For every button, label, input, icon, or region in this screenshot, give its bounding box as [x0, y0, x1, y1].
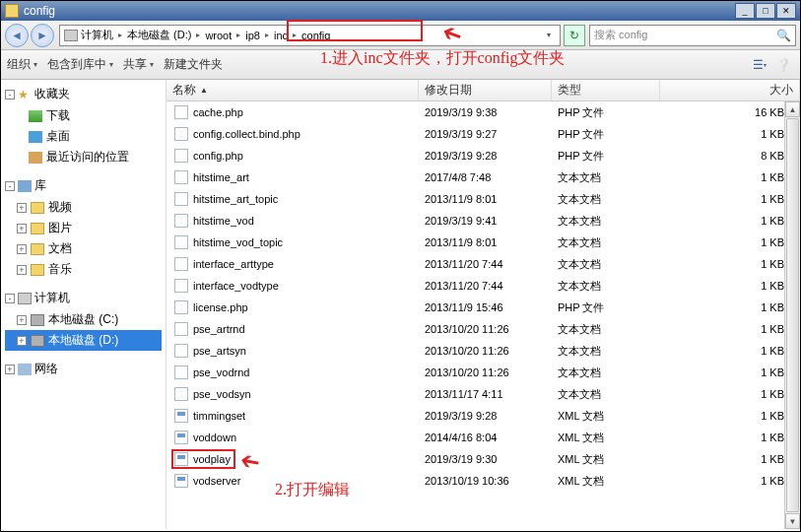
table-row[interactable]: pse_vodsyn2013/11/17 4:11文本文档1 KB: [167, 383, 800, 405]
refresh-button[interactable]: ↻: [564, 25, 585, 46]
file-type: XML 文档: [552, 409, 660, 424]
sidebar-item-pictures[interactable]: +图片: [5, 218, 162, 238]
sidebar-item-drive-c[interactable]: +本地磁盘 (C:): [5, 309, 162, 330]
file-date: 2019/3/19 9:30: [419, 453, 552, 465]
file-size: 1 KB: [660, 323, 800, 335]
table-row[interactable]: pse_artsyn2013/10/20 11:26文本文档1 KB: [167, 340, 800, 362]
file-icon: [174, 149, 188, 163]
file-date: 2019/3/19 9:27: [419, 128, 552, 140]
file-size: 1 KB: [660, 128, 800, 140]
table-row[interactable]: hitstime_vod2019/3/19 9:41文本文档1 KB: [167, 210, 800, 232]
folder-icon: [5, 4, 19, 18]
computer-header[interactable]: -计算机: [5, 290, 162, 306]
file-size: 1 KB: [660, 171, 800, 183]
breadcrumb-seg[interactable]: wroot: [202, 30, 234, 41]
file-type: PHP 文件: [552, 105, 660, 120]
table-row[interactable]: interface_arttype2013/11/20 7:44文本文档1 KB: [167, 253, 800, 275]
file-icon: [174, 235, 188, 249]
col-type[interactable]: 类型: [552, 80, 660, 100]
file-date: 2019/3/19 9:28: [419, 150, 552, 162]
file-date: 2019/3/19 9:38: [419, 106, 552, 118]
file-list: 名称▲ 修改日期 类型 大小 cache.php2019/3/19 9:38PH…: [167, 80, 800, 529]
network-header[interactable]: +网络: [5, 361, 162, 377]
view-button[interactable]: ☰▾: [749, 55, 770, 75]
sidebar-item-documents[interactable]: +文档: [5, 238, 162, 259]
scroll-up-icon[interactable]: ▲: [785, 101, 800, 117]
breadcrumb-seg[interactable]: 计算机: [78, 28, 116, 42]
favorites-header[interactable]: -★收藏夹: [5, 86, 162, 102]
file-type: XML 文档: [552, 474, 660, 489]
table-row[interactable]: hitstime_art2017/4/8 7:48文本文档1 KB: [167, 166, 800, 188]
file-date: 2014/4/16 8:04: [419, 432, 552, 443]
table-row[interactable]: config.php2019/3/19 9:28PHP 文件8 KB: [167, 145, 800, 166]
table-row[interactable]: pse_vodrnd2013/10/20 11:26文本文档1 KB: [167, 362, 800, 383]
table-row[interactable]: hitstime_art_topic2013/11/9 8:01文本文档1 KB: [167, 188, 800, 210]
file-name: hitstime_vod_topic: [193, 236, 283, 248]
table-row[interactable]: interface_vodtype2013/11/20 7:44文本文档1 KB: [167, 275, 800, 297]
share-button[interactable]: 共享▾: [123, 56, 154, 73]
file-date: 2019/3/19 9:41: [419, 215, 552, 227]
file-size: 1 KB: [660, 301, 800, 313]
table-row[interactable]: timmingset2019/3/19 9:28XML 文档1 KB: [167, 405, 800, 427]
titlebar[interactable]: config _ □ ✕: [1, 1, 800, 21]
file-type: 文本文档: [552, 387, 660, 402]
file-icon: [174, 322, 188, 336]
sidebar-item-videos[interactable]: +视频: [5, 197, 162, 218]
file-size: 16 KB: [660, 106, 800, 118]
file-size: 1 KB: [660, 193, 800, 205]
close-button[interactable]: ✕: [776, 3, 796, 19]
scroll-down-icon[interactable]: ▼: [785, 513, 800, 529]
include-button[interactable]: 包含到库中▾: [47, 56, 113, 73]
minimize-button[interactable]: _: [735, 3, 755, 19]
breadcrumb-seg[interactable]: 本地磁盘 (D:): [124, 28, 194, 42]
scroll-thumb[interactable]: [786, 118, 799, 512]
column-headers: 名称▲ 修改日期 类型 大小: [167, 80, 800, 101]
sidebar-item-music[interactable]: +音乐: [5, 259, 162, 280]
file-date: 2013/10/20 11:26: [419, 323, 552, 335]
file-date: 2013/10/19 10:36: [419, 475, 552, 487]
file-name: voddown: [193, 432, 236, 443]
help-button[interactable]: ❔: [772, 55, 794, 75]
libraries-header[interactable]: -库: [5, 177, 162, 194]
sidebar-item-desktop[interactable]: 桌面: [5, 126, 162, 147]
table-row[interactable]: voddown2014/4/16 8:04XML 文档1 KB: [167, 427, 800, 448]
file-icon: [174, 474, 188, 488]
file-name: pse_artrnd: [193, 323, 245, 335]
table-row[interactable]: config.collect.bind.php2019/3/19 9:27PHP…: [167, 123, 800, 145]
forward-button[interactable]: ►: [31, 24, 54, 47]
annotation-step2: 2.打开编辑: [275, 480, 350, 500]
table-row[interactable]: cache.php2019/3/19 9:38PHP 文件16 KB: [167, 101, 800, 123]
table-row[interactable]: vodserver2013/10/19 10:36XML 文档1 KB: [167, 470, 800, 492]
table-row[interactable]: hitstime_vod_topic2013/11/9 8:01文本文档1 KB: [167, 232, 800, 253]
file-size: 1 KB: [660, 236, 800, 248]
window-title: config: [24, 4, 734, 18]
col-size[interactable]: 大小: [660, 80, 800, 100]
col-name[interactable]: 名称▲: [167, 80, 419, 100]
file-icon: [174, 257, 188, 271]
sidebar-item-recent[interactable]: 最近访问的位置: [5, 147, 162, 167]
sidebar-item-drive-d[interactable]: +本地磁盘 (D:): [5, 330, 162, 351]
file-icon: [174, 170, 188, 184]
file-type: XML 文档: [552, 452, 660, 467]
sidebar-item-downloads[interactable]: 下载: [5, 105, 162, 126]
table-row[interactable]: pse_artrnd2013/10/20 11:26文本文档1 KB: [167, 318, 800, 340]
file-size: 1 KB: [660, 475, 800, 487]
computer-icon: [64, 30, 78, 41]
scrollbar-vertical[interactable]: ▲ ▼: [784, 101, 800, 529]
file-type: PHP 文件: [552, 149, 660, 164]
file-name: hitstime_art: [193, 171, 249, 183]
file-date: 2013/11/17 4:11: [419, 388, 552, 400]
file-type: 文本文档: [552, 344, 660, 359]
back-button[interactable]: ◄: [5, 24, 29, 47]
col-date[interactable]: 修改日期: [419, 80, 552, 100]
newfolder-button[interactable]: 新建文件夹: [164, 56, 223, 73]
file-type: 文本文档: [552, 322, 660, 337]
search-field[interactable]: 搜索 config 🔍: [589, 25, 796, 46]
file-date: 2017/4/8 7:48: [419, 171, 552, 183]
maximize-button[interactable]: □: [756, 3, 775, 19]
breadcrumb-dropdown[interactable]: ▾: [542, 31, 556, 39]
file-icon: [174, 105, 188, 119]
table-row[interactable]: license.php2013/11/9 15:46PHP 文件1 KB: [167, 297, 800, 318]
organize-button[interactable]: 组织▾: [7, 56, 37, 73]
breadcrumb-seg[interactable]: ip8: [242, 30, 263, 41]
